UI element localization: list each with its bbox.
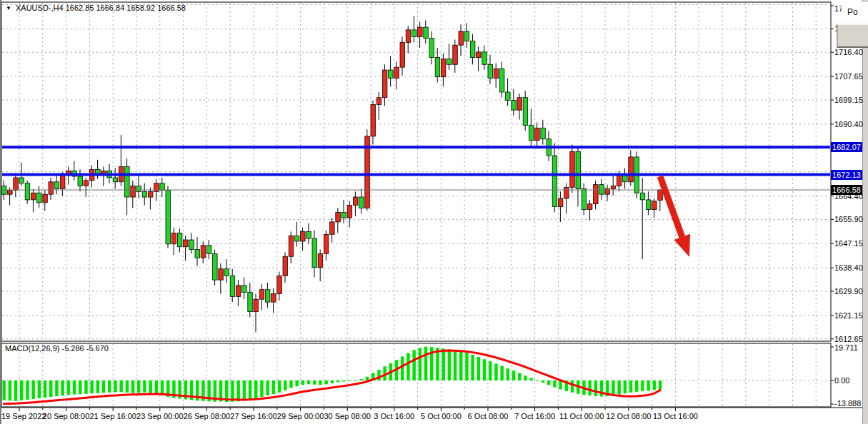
- tooltip-text: Po: [847, 7, 858, 17]
- macd-bar: [284, 380, 287, 390]
- macd-bar: [571, 380, 574, 393]
- macd-bar: [635, 380, 639, 392]
- macd-bar: [319, 380, 322, 385]
- price-line-label[interactable]: 1682.07: [831, 142, 862, 152]
- macd-signal-value: -5.670: [86, 344, 109, 353]
- macd-bar: [588, 380, 592, 395]
- bull-candle: [14, 178, 19, 190]
- ohlc-close: 1666.58: [157, 4, 186, 12]
- bear-candle: [529, 125, 534, 140]
- macd-bar: [518, 373, 522, 380]
- bull-candle: [283, 256, 288, 276]
- bull-candle: [154, 183, 159, 192]
- macd-bar: [149, 380, 152, 393]
- chart-canvas[interactable]: [0, 0, 868, 424]
- bull-candle: [324, 234, 329, 253]
- macd-bar: [653, 380, 657, 390]
- bull-candle: [277, 276, 282, 293]
- bull-candle: [652, 201, 657, 210]
- bull-candle: [418, 27, 423, 37]
- bull-candle: [201, 246, 206, 258]
- price-line-label[interactable]: 1666.58: [831, 185, 862, 195]
- macd-bar: [73, 380, 76, 395]
- macd-bar: [272, 380, 276, 394]
- macd-bar: [243, 380, 246, 400]
- macd-bar: [524, 375, 527, 380]
- macd-bar: [366, 377, 369, 380]
- time-tick-label: 21 Sep 16:00: [89, 412, 136, 420]
- ohlc-high: 1666.84: [96, 4, 125, 12]
- time-tick-label: 26 Sep 08:00: [184, 412, 230, 420]
- horizontal-blue-line[interactable]: [2, 146, 830, 148]
- macd-bar: [448, 349, 452, 380]
- bull-candle: [271, 293, 276, 302]
- bear-candle: [125, 166, 130, 197]
- bull-candle: [131, 186, 136, 197]
- macd-bar: [536, 380, 539, 381]
- time-tick-label: 29 Sep 00:00: [277, 412, 324, 420]
- price-line-label[interactable]: 1672.13: [831, 170, 862, 180]
- macd-bar: [266, 380, 269, 395]
- bull-candle: [564, 188, 569, 198]
- bear-candle: [552, 156, 557, 207]
- bull-candle: [611, 186, 616, 189]
- macd-bar: [119, 380, 123, 392]
- bear-candle: [78, 176, 83, 186]
- macd-bar: [301, 380, 305, 385]
- macd-bar: [254, 380, 258, 398]
- bull-candle: [617, 175, 622, 186]
- time-tick-label: 13 Oct 16:00: [653, 412, 698, 420]
- chevron-down-icon[interactable]: ▼: [6, 5, 11, 11]
- macd-bar: [477, 357, 481, 380]
- bear-candle: [470, 41, 475, 57]
- bull-candle: [441, 59, 446, 77]
- bull-candle: [594, 185, 599, 204]
- bull-candle: [494, 69, 499, 79]
- macd-bar: [342, 380, 346, 381]
- macd-tick-label: 0.00: [834, 376, 849, 385]
- macd-bar: [143, 380, 146, 393]
- price-tick-label: 1707.65: [834, 72, 863, 81]
- macd-bar: [424, 347, 428, 380]
- ohlc-open: 1662.85: [66, 4, 94, 12]
- bull-candle: [8, 190, 13, 194]
- bear-candle: [447, 59, 452, 65]
- macd-bar: [594, 380, 598, 396]
- bull-candle: [336, 212, 341, 222]
- macd-bar: [2, 380, 6, 400]
- macd-bar: [529, 378, 533, 380]
- bull-candle: [236, 286, 241, 296]
- bear-candle: [599, 185, 604, 195]
- bull-candle: [371, 104, 376, 136]
- macd-bar: [641, 380, 644, 391]
- bear-candle: [640, 193, 645, 200]
- bear-candle: [306, 231, 311, 238]
- macd-bar: [419, 348, 422, 380]
- mt4-chart-window: ▼ XAUUSD-,H4 1662.85 1666.84 1658.92 166…: [0, 0, 868, 424]
- symbol-period-label: XAUUSD-,H4: [16, 4, 64, 12]
- macd-bar: [500, 366, 504, 380]
- bear-candle: [646, 200, 651, 210]
- bull-candle: [31, 193, 36, 200]
- time-tick-label: 23 Sep 00:00: [136, 412, 183, 420]
- bear-candle: [341, 212, 346, 218]
- macd-bar: [79, 380, 82, 394]
- popup-button[interactable]: [837, 24, 868, 48]
- bull-candle: [318, 253, 323, 267]
- bear-candle: [37, 193, 42, 203]
- bear-candle: [506, 92, 511, 101]
- bear-candle: [54, 182, 59, 189]
- macd-bar: [20, 380, 24, 400]
- horizontal-blue-line[interactable]: [2, 173, 830, 176]
- time-tick-label: 12 Oct 08:00: [606, 412, 651, 420]
- macd-bar: [102, 380, 106, 393]
- time-tick-label: 30 Sep 08:00: [324, 412, 370, 420]
- bull-candle: [49, 182, 54, 194]
- macd-bar: [161, 380, 164, 395]
- macd-indicator-label: MACD(12,26,9) -5.286 -5.670: [5, 344, 109, 353]
- price-tick-label: 1716.40: [834, 48, 863, 56]
- bear-candle: [512, 101, 517, 111]
- time-tick-label: 19 Sep 2022: [1, 412, 46, 420]
- bull-candle: [84, 181, 89, 186]
- macd-pane[interactable]: [1, 343, 831, 407]
